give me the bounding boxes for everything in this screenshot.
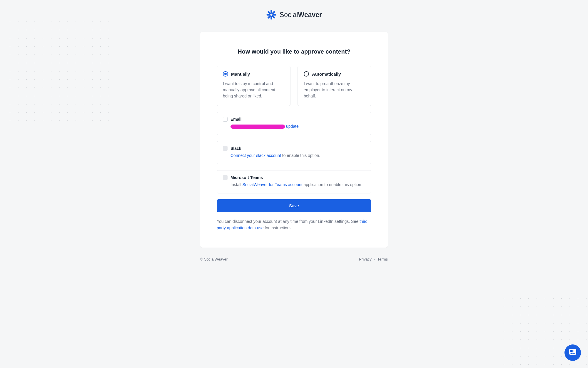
email-checkbox[interactable] [223,117,228,122]
disclaimer-text: You can disconnect your account at any t… [217,218,371,231]
approval-mode-group: Manually I want to stay in control and m… [217,66,371,106]
socialweaver-logo-icon [266,9,277,20]
settings-card: How would you like to approve content? M… [200,32,388,248]
teams-suffix-text: application to enable this option. [303,182,363,187]
slack-suffix-text: to enable this option. [281,153,320,158]
radio-selected-icon [223,71,228,77]
decorative-dots [6,18,109,121]
separator-dot: · [374,257,375,261]
channel-teams-card: Microsoft Teams Install SocialWeaver for… [217,170,371,193]
channel-email-card: Email update [217,112,371,135]
chat-icon [569,348,577,357]
install-teams-link[interactable]: SocialWeaver for Teams account [242,182,302,187]
page-title: How would you like to approve content? [217,48,371,55]
update-email-link[interactable]: update [286,124,299,129]
radio-description: I want to preauthorize my employer to in… [304,81,365,99]
intercom-launcher[interactable] [564,344,581,361]
privacy-link[interactable]: Privacy [359,257,372,261]
channel-label: Slack [230,146,241,151]
brand-name: SocialWeaver [280,11,322,19]
channel-slack-card: Slack Connect your slack account to enab… [217,141,371,164]
slack-checkbox [223,146,228,151]
approval-option-manually[interactable]: Manually I want to stay in control and m… [217,66,290,106]
channel-label: Email [230,117,241,122]
channel-label: Microsoft Teams [230,175,263,180]
connect-slack-link[interactable]: Connect your slack account [230,153,281,158]
teams-prefix-text: Install [230,182,242,187]
radio-description: I want to stay in control and manually a… [223,81,284,99]
approval-option-automatically[interactable]: Automatically I want to preauthorize my … [298,66,371,106]
radio-label: Automatically [312,72,341,77]
brand-logo: SocialWeaver [266,9,322,20]
redacted-email [230,125,285,129]
page-footer: © SocialWeaver Privacy · Terms [200,248,388,279]
teams-checkbox [223,175,228,180]
radio-unselected-icon [304,71,309,77]
copyright-text: © SocialWeaver [200,257,228,261]
radio-label: Manually [231,72,250,77]
save-button[interactable]: Save [217,199,371,212]
terms-link[interactable]: Terms [377,257,388,261]
